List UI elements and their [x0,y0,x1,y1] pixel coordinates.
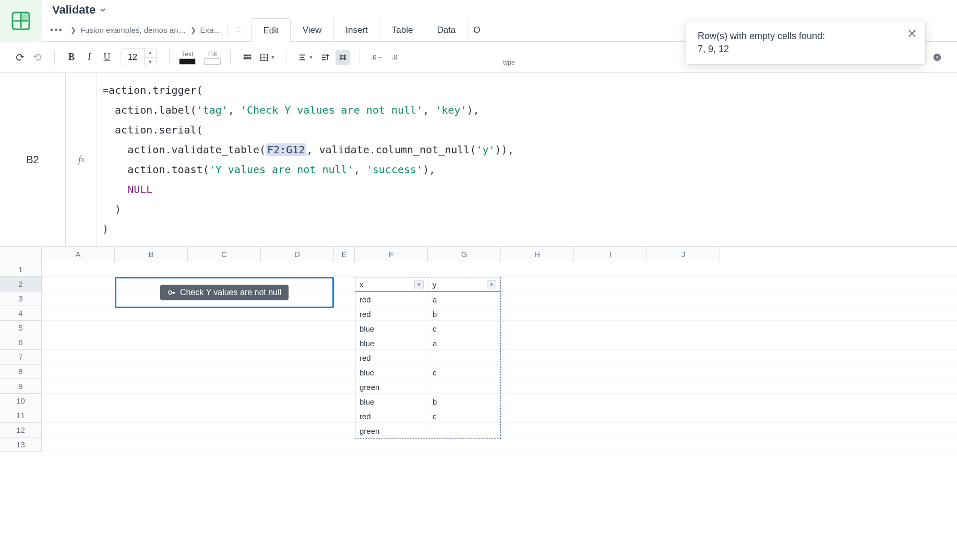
tab-insert[interactable]: Insert [333,18,380,42]
close-icon[interactable] [907,29,917,40]
row-header[interactable]: 5 [0,321,42,335]
row-header[interactable]: 1 [0,262,42,277]
increase-decimal-button[interactable]: .0 [387,50,402,65]
chevron-right-icon: ❯ [70,26,76,34]
merge-cells-button[interactable] [240,50,255,65]
chevron-down-icon[interactable]: ▼ [414,280,424,289]
svg-rect-8 [246,57,249,59]
column-header[interactable]: H [501,247,574,262]
column-header[interactable]: B [115,247,188,262]
svg-rect-3 [21,14,28,20]
row-header[interactable]: 10 [0,394,42,408]
underline-button[interactable]: U [100,50,114,65]
decrease-decimal-button[interactable]: .0← [369,50,384,65]
select-all-corner[interactable] [0,247,42,262]
column-header[interactable]: D [261,247,334,262]
data-table: x ▼ y ▼ reda redb bluec bluea red bluec … [355,277,501,439]
breadcrumb-item[interactable]: Exa… [200,26,222,34]
table-row[interactable]: green [355,380,500,394]
column-header[interactable]: J [647,247,720,262]
row-header[interactable]: 2 [0,277,42,291]
tab-view[interactable]: View [291,18,334,42]
row-header[interactable]: 6 [0,335,42,350]
divider [228,25,228,35]
text-color-swatch [179,58,196,65]
cell-reference[interactable]: B2 [0,73,66,246]
row-header[interactable]: 4 [0,306,42,321]
wrap-clip-button[interactable] [318,50,332,65]
table-row[interactable]: bluea [355,336,500,350]
column-header[interactable]: C [188,247,261,262]
column-header[interactable]: G [428,247,501,262]
app-logo[interactable] [0,0,42,42]
font-size-down[interactable]: ▼ [145,57,156,66]
svg-rect-7 [244,57,246,59]
toast-body: 7, 9, 12 [698,44,900,55]
breadcrumb-overflow-icon[interactable]: ••• [50,25,63,35]
type-label: type [503,59,515,66]
align-button[interactable]: ▼ [296,50,315,65]
svg-rect-6 [249,54,252,56]
svg-text:?: ? [936,54,939,60]
font-size-up[interactable]: ▲ [145,48,156,57]
table-row[interactable]: redb [355,307,500,321]
title-dropdown-icon[interactable] [100,6,106,15]
tab-edit[interactable]: Edit [251,18,290,42]
chevron-down-icon[interactable]: ▼ [487,280,496,289]
bold-button[interactable]: B [64,50,79,65]
table-row[interactable]: bluec [355,365,500,380]
tab-table[interactable]: Table [380,18,425,42]
fx-icon[interactable]: fx [66,73,97,246]
row-header[interactable]: 7 [0,350,42,364]
font-size-field[interactable] [121,52,144,63]
formula-input[interactable]: =action.trigger( action.label('tag', 'Ch… [97,73,957,246]
column-header[interactable]: F [355,247,428,262]
star-icon[interactable]: ☆ [234,24,243,35]
chevron-right-icon: ❯ [190,26,196,34]
breadcrumb-item[interactable]: Fusion examples, demos an… [80,26,186,34]
table-row[interactable]: reda [355,292,500,307]
table-row[interactable]: bluec [355,321,500,336]
svg-rect-5 [246,54,249,56]
borders-button[interactable]: ▼ [258,50,277,65]
undo-button[interactable] [13,50,27,65]
column-header[interactable]: A [42,247,115,262]
wrap-overflow-button[interactable] [336,50,350,65]
row-header[interactable]: 8 [0,364,42,379]
key-icon [168,288,176,297]
notification-toast: Row(s) with empty cells found: 7, 9, 12 [686,21,926,65]
table-header-x[interactable]: x ▼ [355,277,428,291]
table-row[interactable]: green [355,423,500,438]
table-row[interactable]: redc [355,409,500,423]
italic-button[interactable]: I [82,50,97,65]
table-row[interactable]: red [355,350,500,365]
main-tabs: Edit View Insert Table Data O [251,18,486,42]
row-header[interactable]: 11 [0,408,42,423]
column-headers: A B C D E F G H I J [42,247,957,262]
tab-overflow[interactable]: O [468,18,486,42]
table-row[interactable]: blueb [355,394,500,409]
row-header[interactable]: 9 [0,379,42,394]
grid-body[interactable]: Check Y values are not null x ▼ y ▼ reda… [42,262,957,452]
svg-rect-9 [249,57,252,59]
font-size-input[interactable]: ▲ ▼ [121,48,157,66]
validate-trigger-button[interactable]: Check Y values are not null [160,285,289,300]
svg-rect-4 [244,54,246,56]
column-header[interactable]: I [574,247,647,262]
redo-button[interactable] [30,50,45,65]
text-color-button[interactable]: Text [179,50,196,65]
tab-data[interactable]: Data [425,18,468,42]
row-header[interactable]: 13 [0,437,42,452]
fill-color-button[interactable]: Fill [204,50,221,65]
column-header[interactable]: E [334,247,355,262]
toast-title: Row(s) with empty cells found: [698,31,900,42]
fill-color-swatch [204,58,221,65]
help-button[interactable]: ? [930,50,944,65]
validate-trigger-cell[interactable]: Check Y values are not null [115,277,334,308]
row-header[interactable]: 12 [0,423,42,437]
table-header-y[interactable]: y ▼ [428,277,500,291]
row-header[interactable]: 3 [0,291,42,306]
spreadsheet: A B C D E F G H I J 1 2 3 4 5 6 7 8 9 10… [0,247,957,452]
row-headers: 1 2 3 4 5 6 7 8 9 10 11 12 13 [0,262,42,452]
formula-bar: B2 fx =action.trigger( action.label('tag… [0,73,957,247]
